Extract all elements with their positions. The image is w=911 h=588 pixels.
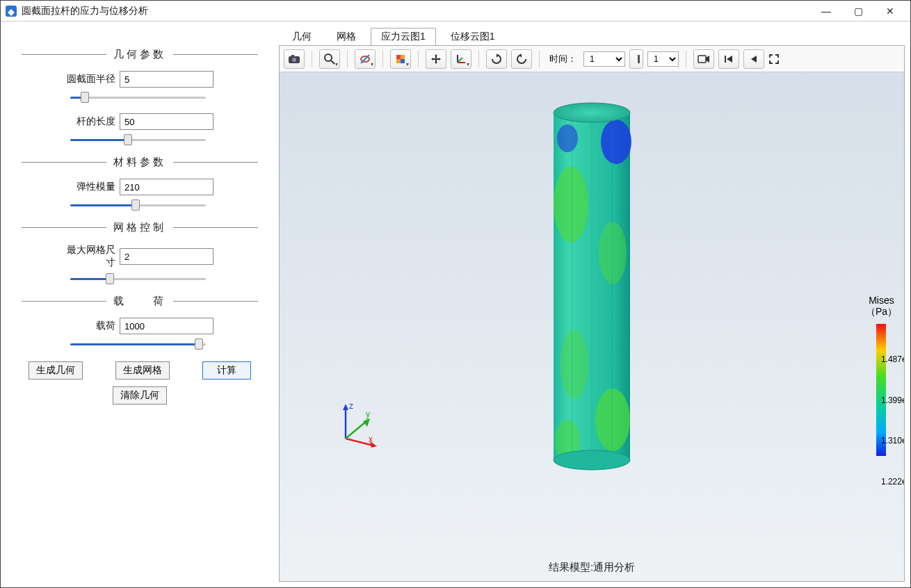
camera-icon[interactable] [284, 49, 305, 69]
svg-rect-3 [291, 55, 294, 57]
window-title: 圆截面拉杆的应力与位移分析 [22, 5, 810, 17]
svg-line-5 [331, 60, 334, 64]
svg-point-22 [561, 329, 588, 399]
result-viewport[interactable]: z x y 结果模型:通用分析 Mises （Pa） [280, 72, 904, 581]
svg-point-29 [554, 450, 630, 470]
section-load: 载 荷 [22, 295, 258, 308]
load-slider[interactable] [70, 343, 206, 345]
svg-point-28 [554, 103, 630, 122]
svg-point-18 [601, 120, 631, 164]
parameter-panel: 几何参数 圆截面半径 杆的长度 材料参数 弹性模量 网格控制 [1, 22, 279, 587]
rotate-cw-icon[interactable] [486, 49, 507, 69]
svg-point-19 [557, 124, 578, 152]
svg-text:z: z [349, 401, 353, 411]
svg-rect-9 [396, 55, 401, 59]
video-camera-icon[interactable] [693, 49, 714, 69]
radius-slider[interactable] [70, 96, 206, 99]
time-select-2[interactable]: 1 [647, 51, 679, 67]
svg-rect-16 [725, 56, 726, 63]
generate-mesh-button[interactable]: 生成网格 [115, 361, 170, 379]
svg-point-23 [595, 389, 630, 451]
rotate-ccw-icon[interactable] [511, 49, 532, 69]
meshsize-input[interactable] [120, 248, 213, 265]
svg-line-34 [346, 421, 366, 439]
svg-rect-15 [698, 56, 706, 63]
modulus-slider[interactable] [70, 204, 206, 206]
first-frame-icon[interactable] [718, 49, 739, 69]
prev-frame-icon[interactable] [743, 49, 764, 69]
viewer-toolbar: 时间： 1 1 [280, 46, 904, 72]
svg-point-2 [292, 58, 296, 62]
section-material: 材料参数 [22, 156, 258, 169]
legend-title-2: （Pa） [866, 306, 897, 318]
color-legend: Mises （Pa） 1.487e+07 1.399e+07 1.310e+07… [866, 295, 897, 462]
svg-rect-10 [401, 59, 405, 63]
cube-view-icon[interactable] [390, 49, 411, 69]
tab-displacement-plot[interactable]: 位移云图1 [440, 28, 506, 45]
time-label: 时间： [549, 53, 577, 65]
load-label: 载荷 [60, 320, 115, 332]
minimize-button[interactable]: — [810, 1, 842, 22]
legend-title-1: Mises [866, 295, 897, 306]
titlebar: 圆截面拉杆的应力与位移分析 — ▢ ✕ [1, 1, 910, 22]
compute-button[interactable]: 计算 [202, 361, 251, 379]
expand-icon[interactable] [768, 49, 780, 69]
select-icon[interactable] [355, 49, 376, 69]
pan-icon[interactable] [426, 49, 446, 69]
radius-label: 圆截面半径 [60, 73, 115, 85]
tab-geometry[interactable]: 几何 [282, 28, 322, 45]
axis-triad: z x y [335, 400, 377, 442]
length-slider[interactable] [70, 138, 206, 141]
svg-rect-14 [638, 55, 640, 63]
svg-line-13 [458, 58, 462, 63]
modulus-label: 弹性模量 [60, 181, 115, 193]
legend-tick: 1.310e+07 [881, 436, 904, 446]
close-button[interactable]: ✕ [874, 1, 906, 22]
modulus-input[interactable] [120, 179, 213, 195]
model-caption: 结果模型:通用分析 [549, 561, 635, 574]
zoom-icon[interactable] [319, 49, 340, 69]
axis-icon[interactable] [451, 49, 471, 69]
section-geometry: 几何参数 [22, 48, 258, 61]
legend-tick: 1.222e+07 [881, 477, 904, 487]
load-input[interactable] [120, 318, 213, 334]
svg-text:x: x [369, 434, 373, 444]
length-input[interactable] [120, 113, 213, 130]
step-marker-icon[interactable] [629, 49, 643, 69]
svg-text:y: y [366, 409, 370, 419]
legend-tick: 1.399e+07 [881, 395, 904, 405]
legend-tick: 1.487e+07 [881, 354, 904, 364]
maximize-button[interactable]: ▢ [842, 1, 874, 22]
app-icon [5, 5, 17, 17]
meshsize-label: 最大网格尺寸 [60, 244, 115, 269]
view-tabs: 几何 网格 应力云图1 位移云图1 [282, 27, 905, 45]
svg-point-21 [599, 222, 627, 284]
tab-stress-plot[interactable]: 应力云图1 [371, 28, 436, 45]
svg-point-20 [554, 166, 588, 243]
meshsize-slider[interactable] [70, 277, 206, 280]
section-mesh: 网格控制 [22, 221, 258, 234]
generate-geometry-button[interactable]: 生成几何 [29, 361, 83, 379]
tab-mesh[interactable]: 网格 [326, 28, 366, 45]
clear-geometry-button[interactable]: 清除几何 [113, 386, 167, 405]
time-select-1[interactable]: 1 [583, 51, 625, 67]
length-label: 杆的长度 [60, 115, 115, 128]
svg-point-4 [325, 54, 332, 61]
radius-input[interactable] [120, 71, 213, 88]
